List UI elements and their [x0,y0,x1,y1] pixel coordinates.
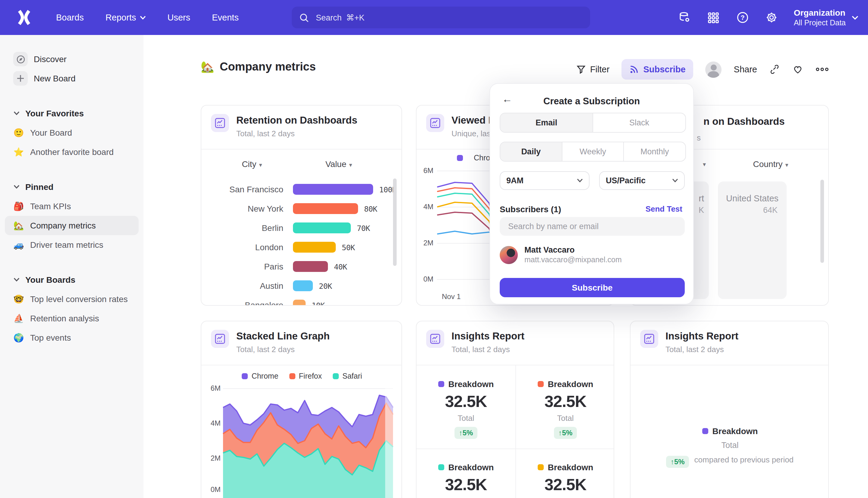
subscriber-row[interactable]: Matt Vaccaro matt.vaccaro@mixpanel.com [500,245,622,265]
column-header-city[interactable]: City ▾ [201,159,303,169]
filter-button[interactable]: Filter [576,65,610,74]
org-project: All Project Data [794,18,846,27]
insights-tile-4[interactable]: Breakdown32.5KTotal [516,462,614,498]
page-title: 🏡 Company metrics [201,60,316,74]
sidebar: DiscoverNew BoardYour Favorites🙂Your Boa… [0,35,144,498]
subscriber-name: Matt Vaccaro [524,245,622,255]
retention-row-bangalore[interactable]: Bangalore10K [211,296,392,306]
modal-title: Create a Subscription [490,96,693,107]
column-header-caret[interactable]: ▾ [703,161,706,168]
report-chart-icon [426,330,444,348]
nav-link-boards[interactable]: Boards [56,13,84,22]
chevron-down-icon [852,15,858,19]
sidebar-section-your-favorites[interactable]: Your Favorites [5,104,139,123]
card-insights-report-single: Insights Report Total, last 2 days Break… [630,321,829,498]
sidebar-item-top-level-conversion-rates[interactable]: 🤓Top level conversion rates [5,289,139,309]
sidebar-section-your-boards[interactable]: Your Boards [5,270,139,289]
card-subtitle: Total, last 2 days [666,345,738,354]
data-management-icon[interactable] [678,11,691,24]
subscriber-search-input[interactable] [507,221,678,232]
board-emoji: ⭐ [13,147,24,157]
card-scrollbar[interactable] [820,180,824,263]
filter-icon [576,65,586,74]
search-input[interactable] [315,12,583,23]
insights-tile-3[interactable]: Breakdown32.5KTotal [416,462,516,498]
subscriber-search[interactable] [500,217,685,236]
nav-right: ? Organization All Project Data [678,0,858,35]
more-options-icon[interactable] [816,66,829,73]
user-avatar[interactable] [706,61,722,78]
sidebar-item-team-kpis[interactable]: 🎒Team KPIs [5,197,139,216]
tab-email[interactable]: Email [500,113,592,132]
delta-badge: ↑5% [666,456,689,468]
bar [293,203,358,214]
send-test-link[interactable]: Send Test [645,205,682,213]
retention-row-new-york[interactable]: New York80K [211,199,392,218]
sidebar-item-top-events[interactable]: 🌍Top events [5,328,139,347]
sidebar-item-driver-team-metrics[interactable]: 🚙Driver team metrics [5,235,139,254]
sidebar-item-new-board[interactable]: New Board [5,69,139,88]
nav-link-events[interactable]: Events [212,13,239,22]
subscribe-submit-button[interactable]: Subscribe [500,278,685,297]
delta-badge: ↑5% [455,427,477,439]
bar-value: 50K [342,243,355,252]
bar [293,222,351,233]
bar-value: 20K [319,281,332,290]
org-switcher[interactable]: Organization All Project Data [794,8,858,27]
bar-value: 40K [334,262,347,271]
insights-tile-2[interactable]: Breakdown32.5KTotal↑5% [516,379,614,439]
column-header-country[interactable]: Country ▾ [727,159,814,169]
metric-tile-united-states[interactable]: United States 64K [718,182,787,299]
card-stacked-line-graph: Stacked Line Graph Total, last 2 days Ch… [201,321,402,498]
board-emoji: 🚙 [13,240,24,250]
sidebar-item-discover[interactable]: Discover [5,50,139,69]
nav-link-reports[interactable]: Reports [106,13,146,22]
board-actions: Filter Subscribe Share [576,59,829,80]
metric-value: 32.5K [544,476,586,494]
board-emoji: 🌍 [13,333,24,342]
sidebar-item-company-metrics[interactable]: 🏡Company metrics [5,216,139,235]
tab-weekly[interactable]: Weekly [561,142,623,161]
bar [293,280,313,291]
column-header-value[interactable]: Value ▾ [303,159,375,169]
metric-value: 32.5K [544,393,586,411]
retention-row-paris[interactable]: Paris40K [211,257,392,276]
sidebar-item-retention-analysis[interactable]: ⛵Retention analysis [5,309,139,328]
card-retention-on-dashboards: Retention on Dashboards Total, last 2 da… [201,105,402,306]
report-chart-icon [211,114,229,132]
retention-bar-list: San Francisco100KNew York80KBerlin70KLon… [211,180,392,306]
sidebar-section-pinned[interactable]: Pinned [5,177,139,197]
bar-value: 70K [357,223,370,233]
bar [293,261,328,272]
plus-icon [13,71,28,86]
retention-row-austin[interactable]: Austin20K [211,276,392,296]
board-emoji: 🤓 [13,294,24,304]
channel-tabs: EmailSlack [500,113,686,133]
subscribe-button[interactable]: Subscribe [622,59,693,80]
favorite-heart-icon[interactable] [792,64,803,75]
card-scrollbar[interactable] [393,179,397,266]
global-search[interactable] [292,6,590,28]
retention-row-san-francisco[interactable]: San Francisco100K [211,180,392,199]
sidebar-item-your-board[interactable]: 🙂Your Board [5,123,139,142]
org-name: Organization [794,8,846,18]
sidebar-item-another-favorite-board[interactable]: ⭐Another favorite board [5,142,139,161]
retention-row-london[interactable]: London50K [211,238,392,257]
card-title-fragment: n on Dashboards [704,115,785,127]
time-select[interactable]: 9AM [500,171,589,190]
copy-link-icon[interactable] [769,64,780,75]
share-button[interactable]: Share [734,65,757,74]
apps-grid-icon[interactable] [707,11,720,24]
subscribers-label: Subscribers (1) [500,205,561,214]
tab-monthly[interactable]: Monthly [624,142,685,161]
tab-daily[interactable]: Daily [500,142,561,161]
timezone-select[interactable]: US/Pacific [599,171,685,190]
tab-slack[interactable]: Slack [592,113,685,132]
mixpanel-logo-icon[interactable] [16,9,32,26]
nav-link-users[interactable]: Users [167,13,190,22]
settings-gear-icon[interactable] [765,11,778,24]
insights-tile-1[interactable]: Breakdown32.5KTotal↑5% [416,379,516,439]
help-icon[interactable]: ? [736,11,749,24]
retention-row-berlin[interactable]: Berlin70K [211,218,392,238]
scorecard: Breakdown Total ↑5% compared to previous… [630,426,829,468]
